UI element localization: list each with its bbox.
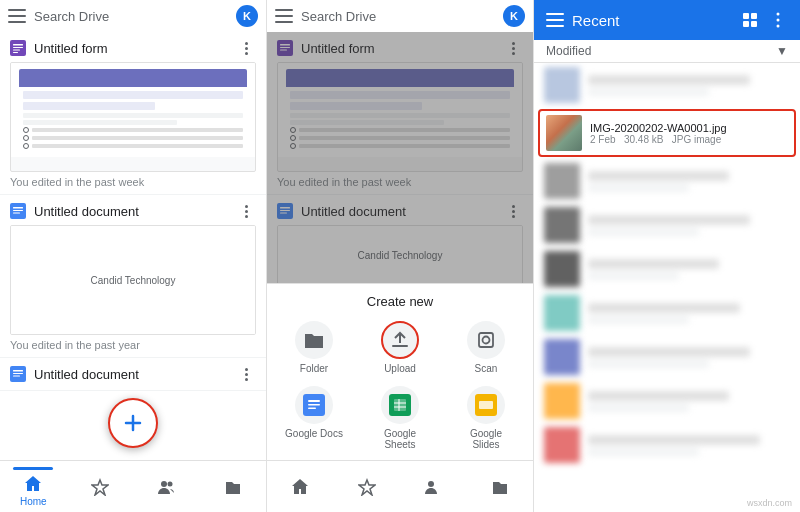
create-slides-icon xyxy=(467,386,505,424)
right-file-blurred-3[interactable] xyxy=(534,203,800,247)
right-file-meta-img: 2 Feb 30.48 kB JPG image xyxy=(590,134,788,145)
right-hamburger-icon[interactable] xyxy=(546,13,564,27)
svg-rect-21 xyxy=(280,50,287,51)
form-title: Untitled form xyxy=(34,41,228,56)
right-header: Recent xyxy=(534,0,800,40)
middle-nav-home[interactable] xyxy=(267,461,334,512)
grid-view-icon[interactable] xyxy=(740,10,760,30)
svg-rect-32 xyxy=(308,408,316,410)
nav-starred[interactable] xyxy=(67,461,134,512)
svg-rect-6 xyxy=(13,207,23,209)
sort-label: Modified xyxy=(546,44,776,58)
right-file-blurred-5[interactable] xyxy=(534,291,800,335)
right-thumb-1 xyxy=(544,67,580,103)
right-thumb-2 xyxy=(544,163,580,199)
fab-button[interactable] xyxy=(108,398,158,448)
form-icon xyxy=(10,40,26,56)
left-avatar[interactable]: K xyxy=(236,5,258,27)
doc-icon-2 xyxy=(10,366,26,382)
svg-rect-23 xyxy=(280,207,290,209)
right-file-blurred-1[interactable] xyxy=(534,63,800,107)
sort-row[interactable]: Modified ▼ xyxy=(534,40,800,63)
middle-nav-files[interactable] xyxy=(467,461,534,512)
create-new-overlay: Create new Folder Upload xyxy=(267,283,533,460)
create-docs-label: Google Docs xyxy=(285,428,343,439)
right-file-list: IMG-20200202-WA0001.jpg 2 Feb 30.48 kB J… xyxy=(534,63,800,512)
file-item-doc1[interactable]: Untitled document Candid Technology You … xyxy=(0,195,266,358)
middle-nav-shared[interactable] xyxy=(400,461,467,512)
right-header-title: Recent xyxy=(572,12,732,29)
middle-form-more[interactable] xyxy=(503,38,523,58)
svg-rect-11 xyxy=(13,373,23,374)
middle-file-form[interactable]: Untitled form xyxy=(267,32,533,195)
right-file-info-4 xyxy=(588,259,790,280)
right-file-meta-1 xyxy=(588,88,709,96)
create-slides[interactable]: Google Slides xyxy=(456,382,516,454)
create-sheets[interactable]: Google Sheets xyxy=(370,382,430,454)
right-file-blurred-2[interactable] xyxy=(534,159,800,203)
create-new-title: Create new xyxy=(267,294,533,309)
star-icon xyxy=(90,477,110,497)
create-scan-icon xyxy=(467,321,505,359)
nav-home[interactable]: Home xyxy=(0,461,67,512)
middle-doc-more[interactable] xyxy=(503,201,523,221)
create-upload[interactable]: Upload xyxy=(370,317,430,378)
right-file-blurred-6[interactable] xyxy=(534,335,800,379)
file-item-form[interactable]: Untitled form xyxy=(0,32,266,195)
svg-point-47 xyxy=(777,19,780,22)
doc1-meta: You edited in the past year xyxy=(10,339,256,351)
create-folder[interactable]: Folder xyxy=(284,317,344,378)
create-sheets-icon xyxy=(381,386,419,424)
form-more-button[interactable] xyxy=(236,38,256,58)
people-icon xyxy=(156,477,176,497)
right-file-info-6 xyxy=(588,347,790,368)
right-file-blurred-8[interactable] xyxy=(534,423,800,467)
middle-star-icon xyxy=(357,477,377,497)
right-thumb-img xyxy=(546,115,582,151)
middle-doc-icon xyxy=(277,203,293,219)
middle-people-icon xyxy=(423,477,443,497)
middle-home-icon xyxy=(290,477,310,497)
middle-folder-icon xyxy=(490,477,510,497)
bottom-nav: Home xyxy=(0,460,266,512)
svg-rect-42 xyxy=(743,13,749,19)
hamburger-icon[interactable] xyxy=(8,9,26,23)
home-icon xyxy=(23,474,43,494)
right-file-img[interactable]: IMG-20200202-WA0001.jpg 2 Feb 30.48 kB J… xyxy=(538,109,796,157)
create-docs[interactable]: Google Docs xyxy=(284,382,344,454)
svg-point-41 xyxy=(428,481,434,487)
svg-point-48 xyxy=(777,25,780,28)
create-items-row1: Folder Upload xyxy=(267,317,533,378)
middle-nav-starred[interactable] xyxy=(334,461,401,512)
right-more-icon[interactable] xyxy=(768,10,788,30)
middle-file-doc[interactable]: Untitled document Candid Technology xyxy=(267,195,533,296)
svg-point-28 xyxy=(483,337,490,344)
svg-rect-39 xyxy=(479,401,493,409)
middle-doc-preview: Candid Technology xyxy=(277,225,523,285)
svg-rect-2 xyxy=(13,47,23,48)
svg-rect-26 xyxy=(392,345,408,347)
svg-rect-7 xyxy=(13,210,23,211)
svg-rect-20 xyxy=(280,47,290,48)
create-scan[interactable]: Scan xyxy=(456,317,516,378)
doc1-more-button[interactable] xyxy=(236,201,256,221)
doc2-title: Untitled document xyxy=(34,367,236,382)
right-file-blurred-7[interactable] xyxy=(534,379,800,423)
middle-doc-preview-text: Candid Technology xyxy=(358,250,443,261)
svg-point-17 xyxy=(168,481,173,486)
middle-hamburger-icon[interactable] xyxy=(275,9,293,23)
svg-rect-25 xyxy=(280,213,287,214)
nav-files[interactable] xyxy=(200,461,267,512)
svg-rect-31 xyxy=(308,404,320,406)
right-file-blurred-4[interactable] xyxy=(534,247,800,291)
nav-shared[interactable] xyxy=(133,461,200,512)
nav-home-indicator xyxy=(13,467,53,470)
file-item-doc2[interactable]: Untitled document xyxy=(0,358,266,391)
svg-rect-27 xyxy=(479,333,493,347)
middle-avatar[interactable]: K xyxy=(503,5,525,27)
doc2-more-button[interactable] xyxy=(236,364,256,384)
middle-bottom-nav xyxy=(267,460,533,512)
right-thumb-5 xyxy=(544,295,580,331)
create-items-row2: Google Docs Google Sheets xyxy=(267,382,533,454)
svg-rect-45 xyxy=(751,21,757,27)
